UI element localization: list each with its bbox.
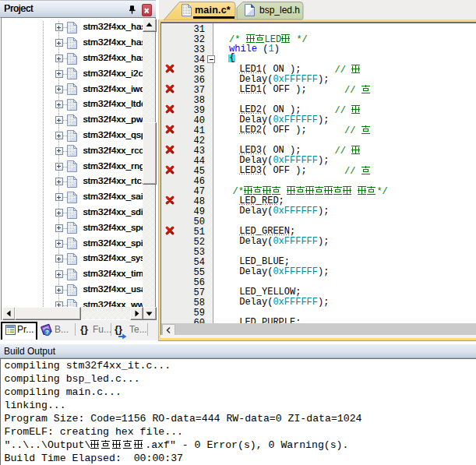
svg-text:?: ? bbox=[45, 329, 49, 336]
